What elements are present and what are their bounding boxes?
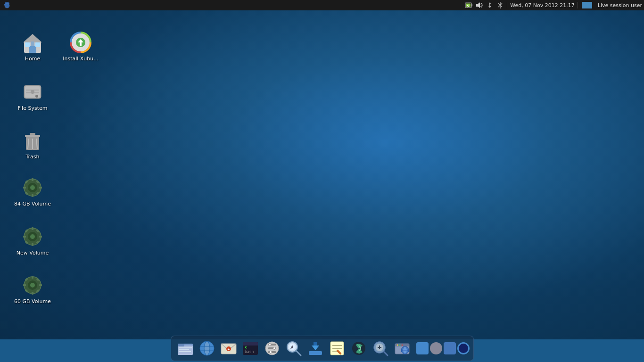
- workspace-2[interactable]: [430, 342, 442, 354]
- desktop-icon-install[interactable]: Install Xubu...: [59, 29, 102, 64]
- top-panel: Wed, 07 Nov 2012 21:17 Live session user: [0, 0, 644, 10]
- svg-rect-100: [309, 351, 322, 355]
- svg-text:bash: bash: [245, 350, 254, 354]
- svg-line-111: [384, 352, 388, 355]
- svg-marker-12: [476, 2, 480, 8]
- svg-point-31: [35, 95, 38, 98]
- svg-rect-74: [178, 344, 184, 346]
- svg-point-118: [399, 345, 400, 346]
- svg-rect-15: [489, 4, 490, 6]
- svg-rect-45: [39, 187, 42, 189]
- svg-rect-76: [179, 349, 189, 350]
- svg-point-63: [30, 283, 35, 288]
- svg-point-119: [401, 345, 403, 346]
- svg-rect-21: [35, 42, 40, 47]
- svg-line-98: [296, 351, 301, 355]
- svg-rect-35: [30, 133, 35, 135]
- svg-marker-102: [312, 346, 319, 350]
- svg-point-95: [269, 351, 272, 354]
- dock-download[interactable]: [305, 338, 326, 359]
- separator2: [578, 2, 578, 8]
- volume60-icon-img: [21, 274, 44, 296]
- desktop-icon-newvol[interactable]: New Volume: [11, 223, 54, 258]
- svg-rect-64: [32, 276, 33, 279]
- svg-rect-56: [39, 236, 42, 238]
- desktop-icon-trash[interactable]: Trash: [11, 127, 54, 162]
- xfce-menu-button[interactable]: [2, 0, 12, 10]
- svg-rect-43: [32, 194, 33, 197]
- dock-terminal[interactable]: $ _ bash: [240, 338, 261, 359]
- desktop-icon-60gb[interactable]: 60 GB Volume: [11, 272, 54, 306]
- svg-rect-19: [31, 41, 34, 46]
- dock: ✦ $ _ bash: [171, 336, 474, 361]
- session-label: Live session user: [598, 2, 642, 8]
- svg-rect-75: [179, 347, 192, 348]
- battery-icon: [465, 1, 473, 9]
- svg-marker-13: [488, 2, 491, 4]
- dock-browser[interactable]: [197, 338, 217, 359]
- dock-settings[interactable]: [262, 338, 282, 359]
- dock-notes[interactable]: [327, 338, 347, 359]
- svg-marker-14: [488, 6, 491, 8]
- svg-rect-7: [471, 4, 472, 7]
- home-icon-img: [21, 31, 44, 54]
- dock-search[interactable]: [283, 338, 304, 359]
- svg-rect-20: [25, 42, 30, 47]
- network-icon: [486, 1, 494, 9]
- desktop-icon-84gb[interactable]: 84 GB Volume: [11, 174, 54, 209]
- newvol-icon-img: [21, 225, 44, 248]
- bottom-bar: ✦ $ _ bash: [0, 337, 644, 362]
- svg-rect-77: [179, 351, 191, 352]
- dock-mail[interactable]: ✦: [218, 338, 239, 359]
- svg-rect-66: [23, 284, 26, 286]
- dock-network[interactable]: [392, 338, 413, 359]
- separator: [507, 2, 507, 8]
- desktop: Home Install Xubu...: [0, 10, 644, 339]
- svg-rect-53: [32, 227, 33, 230]
- svg-point-52: [30, 234, 35, 239]
- workspace-4[interactable]: [457, 342, 470, 354]
- dock-magnifier[interactable]: [370, 338, 391, 359]
- dock-files[interactable]: [175, 338, 196, 359]
- install-label: Install Xubu...: [63, 56, 99, 62]
- svg-point-41: [30, 185, 35, 190]
- svg-point-93: [268, 344, 271, 346]
- svg-text:✦: ✦: [227, 347, 230, 352]
- clock: Wed, 07 Nov 2012 21:17: [510, 2, 575, 8]
- desktop-icon-filesystem[interactable]: File System: [11, 79, 54, 113]
- svg-rect-44: [23, 187, 26, 189]
- workspace-3[interactable]: [444, 342, 456, 354]
- home-label: Home: [25, 56, 40, 62]
- install-icon-img: [69, 31, 92, 54]
- desktop-icon-home[interactable]: Home: [11, 29, 54, 64]
- trash-icon-img: [21, 129, 44, 152]
- svg-rect-65: [32, 292, 33, 295]
- dock-music[interactable]: [348, 338, 369, 359]
- panel-right: Wed, 07 Nov 2012 21:17 Live session user: [465, 1, 642, 9]
- panel-left: [2, 0, 12, 10]
- svg-rect-18: [29, 46, 36, 53]
- newvol-label: New Volume: [17, 250, 49, 256]
- bluetooth-icon: [496, 1, 504, 9]
- trash-label: Trash: [25, 154, 39, 160]
- volume84-icon-img: [21, 176, 44, 199]
- svg-rect-54: [32, 243, 33, 246]
- svg-point-32: [31, 90, 34, 94]
- svg-marker-17: [23, 34, 42, 42]
- svg-point-117: [396, 345, 398, 346]
- filesystem-label: File System: [18, 105, 48, 111]
- svg-rect-55: [23, 236, 26, 238]
- volume60-label: 60 GB Volume: [14, 298, 51, 304]
- volume-icon[interactable]: [476, 1, 483, 9]
- notification-indicator: [582, 2, 592, 8]
- workspace-buttons: [416, 342, 470, 354]
- filesystem-icon-img: [21, 81, 44, 103]
- volume84-label: 84 GB Volume: [14, 201, 51, 207]
- svg-rect-42: [32, 178, 33, 181]
- svg-rect-67: [39, 284, 42, 286]
- workspace-1[interactable]: [416, 342, 429, 354]
- svg-point-94: [273, 347, 275, 350]
